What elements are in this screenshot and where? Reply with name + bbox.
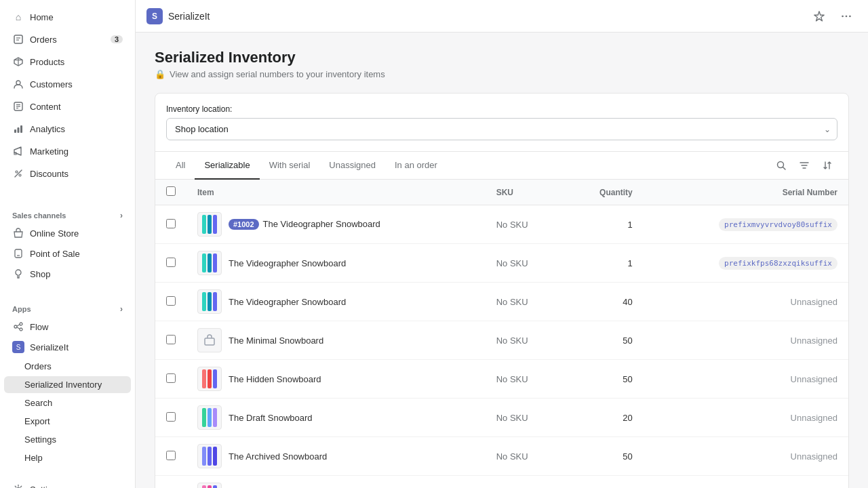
quantity-cell: 1 (564, 476, 644, 489)
row-checkbox[interactable] (166, 258, 176, 267)
svg-line-28 (783, 167, 785, 169)
page-subtitle: 🔒 View and assign serial numbers to your… (155, 69, 849, 79)
tab-in-an-order[interactable]: In an order (385, 152, 447, 180)
svg-rect-10 (14, 129, 16, 133)
sidebar-item-settings[interactable]: Settings (4, 479, 131, 488)
more-options-button[interactable] (835, 5, 857, 27)
main-content: Serialized Inventory 🔒 View and assign s… (136, 33, 868, 488)
table-row: #1002The Videographer SnowboardNo SKU1pr… (155, 205, 848, 244)
sidebar-item-orders[interactable]: Orders 3 (4, 28, 131, 50)
sidebar-item-customers[interactable]: Customers (4, 73, 131, 95)
item-name: The Videographer Snowboard (229, 297, 346, 307)
home-icon: ⌂ (12, 11, 24, 23)
sidebar-item-content[interactable]: Content (4, 96, 131, 117)
sidebar-item-products[interactable]: Products (4, 51, 131, 73)
tab-with-serial[interactable]: With serial (260, 152, 320, 180)
svg-rect-12 (20, 125, 22, 133)
location-select[interactable]: Shop location Warehouse Store 1 (166, 118, 837, 140)
marketing-icon (12, 145, 24, 157)
sidebar-item-label: Marketing (30, 146, 68, 157)
item-name: The Videographer Snowboard (263, 219, 380, 229)
flow-icon (12, 321, 24, 333)
sort-button[interactable] (817, 155, 837, 176)
select-all-header (155, 180, 186, 205)
sidebar-sub-item-search[interactable]: Search (4, 394, 131, 411)
sidebar-item-label: Shop (30, 269, 50, 279)
sidebar-item-home[interactable]: ⌂ Home (4, 6, 131, 28)
unassigned-label: Unnasigned (791, 297, 837, 307)
sidebar-item-label: Online Store (30, 228, 79, 239)
sidebar-sub-item-help[interactable]: Help (4, 449, 131, 466)
unassigned-label: Unnasigned (791, 451, 837, 462)
sku-cell: No SKU (486, 476, 564, 489)
quantity-cell: 1 (564, 244, 644, 283)
sidebar-item-discounts[interactable]: Discounts (4, 163, 131, 184)
svg-line-21 (17, 325, 20, 327)
row-checkbox[interactable] (166, 412, 176, 422)
row-checkbox[interactable] (166, 373, 176, 383)
svg-rect-11 (18, 127, 20, 133)
sidebar-item-shop[interactable]: Shop (4, 264, 131, 283)
search-button[interactable] (771, 155, 791, 176)
table-row: The Minimal SnowboardNo SKU50Unnasigned (155, 321, 848, 360)
sku-cell: No SKU (486, 360, 564, 399)
svg-point-26 (849, 15, 851, 17)
inventory-table: Item SKU Quantity Serial Number #1002The… (155, 180, 848, 488)
location-section: Inventory location: Shop location Wareho… (155, 94, 848, 152)
item-thumbnail (197, 367, 222, 391)
serial-number-badge: prefixmvyvrvdvoy80suffix (719, 218, 837, 231)
table-row: The Collection Snowboard: HydrogenNo SKU… (155, 476, 848, 489)
table-row: The Videographer SnowboardNo SKU1prefixk… (155, 244, 848, 283)
unassigned-label: Unnasigned (791, 374, 837, 384)
sidebar-item-analytics[interactable]: Analytics (4, 118, 131, 140)
svg-point-24 (842, 15, 844, 17)
orders-badge: 3 (111, 35, 123, 43)
item-thumbnail (197, 289, 222, 314)
sidebar-item-label: Home (30, 12, 54, 22)
serial-cell: Unnasigned (644, 321, 848, 360)
table-row: The Hidden SnowboardNo SKU50Unnasigned (155, 360, 848, 399)
item-column-header: Item (186, 180, 486, 205)
sku-cell: No SKU (486, 283, 564, 321)
filter-button[interactable] (794, 155, 814, 176)
svg-rect-16 (15, 249, 22, 258)
sku-cell: No SKU (486, 205, 564, 244)
sidebar-item-flow[interactable]: Flow (4, 317, 131, 336)
sidebar-item-pos[interactable]: Point of Sale (4, 244, 131, 263)
row-checkbox[interactable] (166, 335, 176, 344)
serial-column-header: Serial Number (644, 180, 848, 205)
location-select-wrapper: Shop location Warehouse Store 1 ⌄ (166, 118, 837, 140)
quantity-cell: 1 (564, 205, 644, 244)
sales-channels-section[interactable]: Sales channels › (0, 204, 135, 223)
sidebar-item-online-store[interactable]: Online Store (4, 224, 131, 243)
unassigned-label: Unnasigned (791, 336, 837, 346)
svg-point-14 (19, 174, 21, 176)
table-row: The Archived SnowboardNo SKU50Unnasigned (155, 437, 848, 476)
serial-cell: prefixmvyvrvdvoy80suffix (644, 205, 848, 244)
serial-cell: Unnasigned (644, 437, 848, 476)
sidebar-item-serializeit[interactable]: S SerializeIt (4, 338, 131, 357)
sidebar-item-label: Content (30, 102, 61, 112)
tab-all[interactable]: All (166, 152, 195, 180)
svg-rect-32 (205, 338, 214, 345)
row-checkbox[interactable] (166, 219, 176, 228)
unassigned-label: Unnasigned (791, 413, 837, 423)
sidebar-sub-item-settings[interactable]: Settings (4, 431, 131, 448)
sidebar-sub-item-export[interactable]: Export (4, 413, 131, 430)
sidebar-sub-item-label: Orders (24, 361, 52, 371)
sidebar-item-label: Orders (30, 35, 57, 45)
tab-serializable[interactable]: Serializable (195, 152, 259, 180)
pin-button[interactable] (808, 5, 830, 27)
tab-unassigned[interactable]: Unassigned (319, 152, 385, 180)
apps-section[interactable]: Apps › (0, 298, 135, 317)
row-checkbox[interactable] (166, 451, 176, 460)
sidebar-item-marketing[interactable]: Marketing (4, 140, 131, 162)
sidebar-item-label: Point of Sale (30, 249, 80, 259)
item-name: The Hidden Snowboard (229, 374, 321, 384)
sidebar-sub-item-serialized-inventory[interactable]: Serialized Inventory (4, 376, 131, 393)
sidebar-sub-item-label: Settings (24, 434, 56, 445)
select-all-checkbox[interactable] (166, 186, 176, 196)
svg-point-5 (16, 81, 20, 85)
row-checkbox[interactable] (166, 296, 176, 306)
sidebar-sub-item-orders[interactable]: Orders (4, 358, 131, 375)
